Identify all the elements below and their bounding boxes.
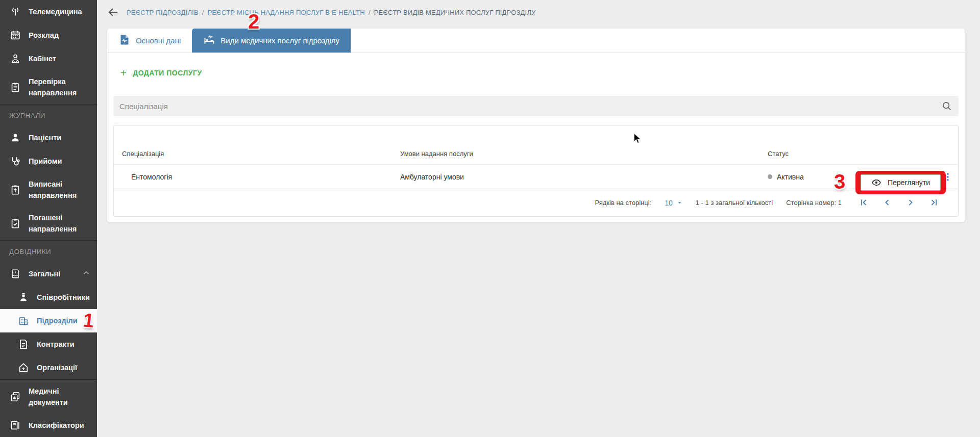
cell-conditions: Амбулаторні умови <box>392 173 760 181</box>
schedule-icon <box>9 29 21 41</box>
file-pulse-icon <box>118 34 131 47</box>
tabstrip: Основні дані Види медичних послуг підроз… <box>107 29 965 53</box>
tab-main-data[interactable]: Основні дані <box>107 29 192 53</box>
page-number-label: Сторінка номер: 1 <box>786 199 842 207</box>
sidebar-item-contracts[interactable]: Контракти <box>0 332 97 356</box>
sidebar-item-issued-referrals[interactable]: Виписані направлення <box>0 173 97 207</box>
back-button[interactable] <box>107 6 119 18</box>
general-icon <box>9 268 21 280</box>
eye-icon <box>871 177 881 188</box>
services-table: Спеціалізація Умови надання послуги Стат… <box>113 125 959 217</box>
tab-label: Види медичних послуг підрозділу <box>220 36 339 45</box>
add-service-label: ДОДАТИ ПОСЛУГУ <box>133 69 202 77</box>
breadcrumb-link-divisions-registry[interactable]: РЕЄСТР ПІДРОЗДІЛІВ <box>127 9 199 16</box>
chevron-down-icon <box>677 200 682 205</box>
next-page-icon[interactable] <box>905 197 916 209</box>
tab-label: Основні дані <box>136 36 181 45</box>
sidebar-item-label: Підрозділи <box>37 315 78 326</box>
medical-documents-icon <box>9 391 21 403</box>
sidebar-item-divisions[interactable]: Підрозділи 1 <box>0 309 97 332</box>
tab-service-types[interactable]: Види медичних послуг підрозділу <box>192 29 351 53</box>
sidebar-item-classifiers[interactable]: Класифікатори <box>0 414 97 437</box>
content-card: Основні дані Види медичних послуг підроз… <box>107 29 965 222</box>
sidebar-item-redeemed-referrals[interactable]: Погашені направлення <box>0 207 97 241</box>
annotation-step-1: 1 <box>82 310 95 332</box>
column-header-specialization: Спеціалізація <box>114 150 392 158</box>
classifiers-icon <box>9 419 21 431</box>
table-row[interactable]: Ентомологія Амбулаторні умови Активна Пе… <box>114 164 958 189</box>
breadcrumb-link-service-places-registry[interactable]: РЕЄСТР МІСЦЬ НАДАННЯ ПОСЛУГ В E-HEALTH <box>208 9 365 16</box>
rows-per-page-label: Рядків на сторінці: <box>595 199 651 207</box>
sidebar-item-label: Класифікатори <box>29 420 84 431</box>
bed-icon <box>203 34 215 47</box>
pagination: Рядків на сторінці: 10 1 - 1 з загальної… <box>114 189 958 216</box>
sidebar-item-label: Прийоми <box>29 156 62 167</box>
redeemed-referrals-icon <box>9 217 21 229</box>
sidebar-item-label: Співробітники <box>37 292 90 303</box>
patients-icon <box>9 132 21 144</box>
sidebar-item-label: Медичні документи <box>29 385 91 408</box>
column-header-status: Статус <box>760 150 958 158</box>
sidebar-item-label: Телемедицина <box>29 6 82 17</box>
search-input[interactable] <box>119 102 941 111</box>
sidebar-item-telemedicine[interactable]: Телемедицина <box>0 0 97 23</box>
sidebar-item-organizations[interactable]: Організації <box>0 356 97 380</box>
sidebar-item-schedule[interactable]: Розклад <box>0 23 97 47</box>
rows-per-page-select[interactable]: 10 <box>665 199 682 207</box>
divisions-icon <box>17 315 30 327</box>
mouse-cursor <box>632 133 643 145</box>
cell-specialization: Ентомологія <box>114 173 392 181</box>
status-dot <box>768 174 772 179</box>
sidebar-item-label: Загальні <box>29 268 60 279</box>
issued-referrals-icon <box>9 184 21 196</box>
sidebar-item-label: Розклад <box>29 30 59 41</box>
contracts-icon <box>17 338 30 350</box>
plus-icon: + <box>120 68 127 78</box>
annotation-step-3: 3 <box>834 170 845 193</box>
view-button[interactable]: Переглянути <box>861 174 941 191</box>
sidebar-item-label: Кабінет <box>29 53 56 64</box>
referral-check-icon <box>9 81 21 93</box>
pagination-controls <box>858 197 940 209</box>
chevron-up-icon[interactable] <box>82 268 91 279</box>
pagination-range-label: 1 - 1 з загальної кількості <box>696 199 773 207</box>
sidebar-item-referral-check[interactable]: Перевірка направлення <box>0 70 97 105</box>
sidebar-item-label: Організації <box>37 362 77 373</box>
table-header-row: Спеціалізація Умови надання послуги Стат… <box>114 125 958 164</box>
sidebar-section-directories: ДОВІДНИКИ <box>0 241 97 262</box>
column-header-conditions: Умови надання послуги <box>392 150 760 158</box>
breadcrumb-current: РЕЄСТР ВИДІВ МЕДИЧНИХ ПОСЛУГ ПІДРОЗДІЛУ <box>374 9 536 16</box>
add-service-button[interactable]: + ДОДАТИ ПОСЛУГУ <box>120 65 202 81</box>
view-button-label: Переглянути <box>888 178 930 187</box>
search-icon[interactable] <box>941 100 952 112</box>
first-page-icon[interactable] <box>858 197 869 209</box>
breadcrumb-separator: / <box>369 9 371 16</box>
sidebar-item-label: Пацієнти <box>29 132 61 143</box>
status-label: Активна <box>777 173 804 181</box>
breadcrumb: РЕЄСТР ПІДРОЗДІЛІВ / РЕЄСТР МІСЦЬ НАДАНН… <box>127 9 536 16</box>
cabinet-icon <box>9 53 21 65</box>
breadcrumb-row: РЕЄСТР ПІДРОЗДІЛІВ / РЕЄСТР МІСЦЬ НАДАНН… <box>107 5 536 19</box>
sidebar-item-general[interactable]: Загальні <box>0 262 97 286</box>
appointments-icon <box>9 155 21 167</box>
last-page-icon[interactable] <box>928 197 940 209</box>
breadcrumb-separator: / <box>202 9 204 16</box>
sidebar-item-patients[interactable]: Пацієнти <box>0 126 97 149</box>
sidebar-item-appointments[interactable]: Прийоми <box>0 149 97 173</box>
previous-page-icon[interactable] <box>881 197 893 209</box>
sidebar-item-employees[interactable]: Співробітники <box>0 286 97 309</box>
sidebar: Телемедицина Розклад Кабінет Перевірка н… <box>0 0 97 437</box>
telemedicine-icon <box>9 6 21 18</box>
employees-icon <box>17 291 30 303</box>
arrow-left-icon <box>107 6 119 18</box>
sidebar-item-label: Погашені направлення <box>29 212 91 235</box>
annotation-step-2: 2 <box>248 10 259 33</box>
sidebar-section-journals: ЖУРНАЛИ <box>0 105 97 126</box>
sidebar-item-cabinet[interactable]: Кабінет <box>0 47 97 70</box>
search-bar <box>113 96 959 116</box>
sidebar-item-label: Виписані направлення <box>29 178 91 201</box>
rows-per-page-value: 10 <box>665 199 673 207</box>
sidebar-item-medical-documents[interactable]: Медичні документи <box>0 380 97 414</box>
organizations-icon <box>17 362 30 374</box>
sidebar-item-label: Перевірка направлення <box>29 76 91 98</box>
